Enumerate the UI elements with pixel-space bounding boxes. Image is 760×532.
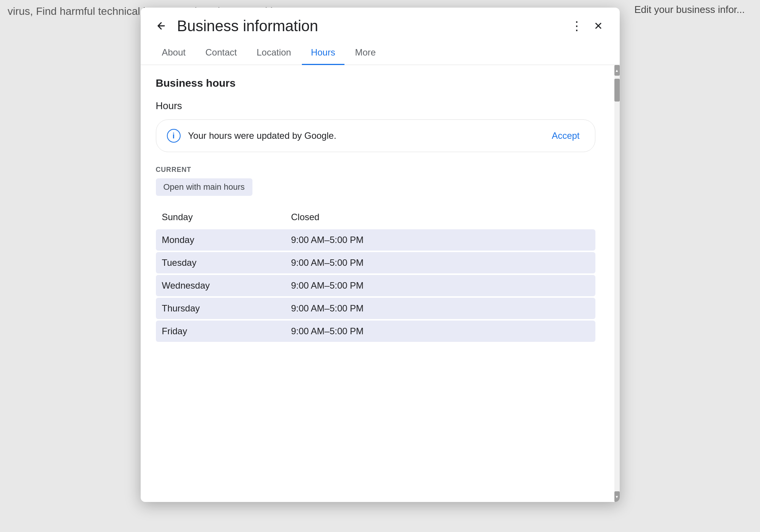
- time-label-friday: 9:00 AM–5:00 PM: [291, 326, 364, 337]
- hours-row-sunday[interactable]: Sunday Closed: [156, 206, 595, 228]
- back-button[interactable]: [153, 17, 170, 34]
- day-label-wednesday: Wednesday: [162, 280, 291, 291]
- hours-row-friday[interactable]: Friday 9:00 AM–5:00 PM: [156, 321, 595, 342]
- day-label-monday: Monday: [162, 235, 291, 245]
- modal-content[interactable]: ▲ ▼ Business hours Hours i Your hours we…: [141, 65, 620, 502]
- day-label-sunday: Sunday: [162, 212, 291, 222]
- hours-row-wednesday[interactable]: Wednesday 9:00 AM–5:00 PM: [156, 275, 595, 296]
- day-label-tuesday: Tuesday: [162, 257, 291, 268]
- open-status-badge: Open with main hours: [156, 178, 252, 196]
- modal-header: Business information ⋮ ✕: [141, 8, 620, 35]
- tab-about[interactable]: About: [153, 41, 195, 65]
- current-label: CURRENT: [156, 166, 595, 174]
- day-label-friday: Friday: [162, 326, 291, 337]
- scroll-down-arrow-icon: ▼: [615, 495, 619, 499]
- section-title: Business hours: [156, 77, 595, 89]
- scrollbar-up-button[interactable]: ▲: [614, 65, 620, 76]
- time-label-tuesday: 9:00 AM–5:00 PM: [291, 257, 364, 268]
- time-label-thursday: 9:00 AM–5:00 PM: [291, 303, 364, 314]
- scrollbar-down-button[interactable]: ▼: [614, 491, 620, 502]
- hours-row-monday[interactable]: Monday 9:00 AM–5:00 PM: [156, 229, 595, 251]
- close-button[interactable]: ✕: [589, 17, 608, 35]
- hours-list: Sunday Closed Monday 9:00 AM–5:00 PM Tue…: [156, 206, 595, 342]
- subsection-title: Hours: [156, 100, 595, 112]
- back-arrow-icon: [156, 21, 167, 31]
- modal-backdrop: Business information ⋮ ✕ About Contact L…: [0, 0, 760, 532]
- tab-more[interactable]: More: [346, 41, 385, 65]
- time-label-wednesday: 9:00 AM–5:00 PM: [291, 280, 364, 291]
- info-icon: i: [167, 129, 181, 143]
- more-options-button[interactable]: ⋮: [568, 17, 586, 35]
- scroll-up-arrow-icon: ▲: [615, 68, 619, 73]
- modal-title: Business information: [177, 17, 560, 35]
- header-actions: ⋮ ✕: [568, 17, 608, 35]
- accept-button[interactable]: Accept: [547, 127, 584, 144]
- time-label-monday: 9:00 AM–5:00 PM: [291, 235, 364, 245]
- hours-row-thursday[interactable]: Thursday 9:00 AM–5:00 PM: [156, 298, 595, 319]
- day-label-thursday: Thursday: [162, 303, 291, 314]
- info-banner: i Your hours were updated by Google. Acc…: [156, 119, 595, 152]
- info-banner-text: Your hours were updated by Google.: [188, 130, 540, 141]
- tabs-bar: About Contact Location Hours More: [141, 38, 620, 65]
- more-dots-icon: ⋮: [571, 20, 583, 32]
- tab-hours[interactable]: Hours: [302, 41, 344, 65]
- time-label-sunday: Closed: [291, 212, 320, 222]
- business-info-modal: Business information ⋮ ✕ About Contact L…: [141, 8, 620, 502]
- close-icon: ✕: [594, 20, 603, 32]
- hours-row-tuesday[interactable]: Tuesday 9:00 AM–5:00 PM: [156, 252, 595, 273]
- tab-contact[interactable]: Contact: [196, 41, 246, 65]
- scrollbar-thumb[interactable]: [614, 79, 620, 102]
- tab-location[interactable]: Location: [248, 41, 300, 65]
